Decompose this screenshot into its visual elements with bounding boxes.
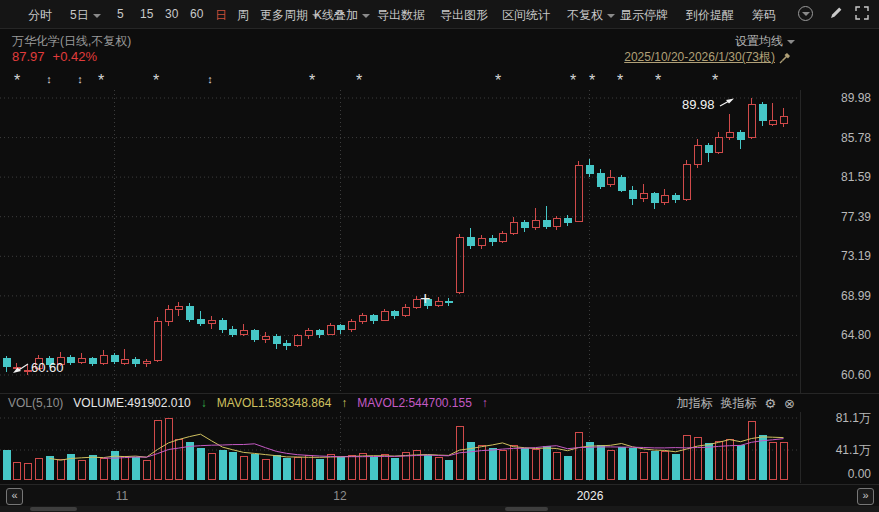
volume-bar — [229, 453, 236, 479]
candle — [143, 362, 150, 364]
candle — [262, 336, 269, 339]
add-indicator-button[interactable]: 加指标 — [676, 395, 712, 412]
price-axis-label: 64.80 — [841, 328, 871, 342]
event-marker-icon[interactable]: * — [98, 72, 104, 89]
close-circle-icon[interactable]: ⊗ — [784, 396, 795, 411]
toolbar-item-16[interactable]: 筹码 — [752, 7, 776, 24]
candle — [510, 222, 517, 233]
volume-axis-label: 41.1万 — [836, 443, 871, 457]
volume-bar — [705, 444, 712, 479]
candle — [780, 117, 787, 123]
candle — [748, 104, 755, 137]
event-marker-icon[interactable]: * — [153, 72, 159, 89]
event-marker-icon[interactable]: * — [495, 72, 501, 89]
toolbar-item-8[interactable]: 更多周期 — [260, 7, 320, 24]
volume-bar — [489, 449, 496, 479]
toolbar-item-14[interactable]: 显示停牌 — [620, 7, 668, 24]
toolbar: 分时5日5153060日周更多周期K线叠加导出数据导出图形区间统计不复权显示停牌… — [0, 0, 879, 29]
event-marker-icon[interactable]: * — [655, 72, 661, 89]
candle — [413, 300, 420, 308]
candle — [327, 326, 334, 334]
volume-bar — [240, 456, 247, 479]
switch-indicator-button[interactable]: 换指标 — [720, 395, 756, 412]
candle — [597, 173, 604, 186]
main-chart[interactable]: 89.9885.7881.5977.3973.1968.9964.8060.60 — [0, 90, 879, 393]
volume-bar — [121, 456, 128, 479]
scroll-left-button[interactable]: « — [6, 488, 23, 505]
volume-bar — [391, 459, 398, 479]
volume-bar — [57, 459, 64, 479]
volume-bar — [683, 435, 690, 479]
split-marker-icon[interactable]: ↕ — [207, 72, 213, 87]
volume-bar — [651, 451, 658, 479]
candle — [197, 319, 204, 323]
candle — [445, 301, 452, 302]
volume-bar — [694, 438, 701, 479]
scrollbar-handle[interactable] — [505, 507, 548, 511]
candle — [543, 220, 550, 226]
candle — [208, 320, 215, 323]
toolbar-item-12[interactable]: 区间统计 — [502, 7, 550, 24]
collapse-circle-icon[interactable] — [798, 6, 814, 22]
volume-bar — [769, 443, 776, 479]
volume-bar — [262, 459, 269, 479]
toolbar-item-9[interactable]: K线叠加 — [314, 7, 370, 24]
toolbar-item-13[interactable]: 不复权 — [567, 7, 615, 24]
candle — [575, 166, 582, 222]
toolbar-item-11[interactable]: 导出图形 — [440, 7, 488, 24]
candle — [283, 344, 290, 346]
volume-bar — [294, 457, 301, 479]
volume-chart[interactable]: 81.1万41.1万0.00 — [0, 412, 879, 483]
gear-icon[interactable]: ⚙ — [764, 396, 776, 411]
toolbar-item-6[interactable]: 日 — [215, 7, 227, 24]
date-range-link[interactable]: 2025/10/20-2026/1/30(73根) — [624, 49, 791, 66]
event-marker-icon[interactable]: * — [309, 72, 315, 89]
volume-bar — [78, 460, 85, 479]
toolbar-item-10[interactable]: 导出数据 — [377, 7, 425, 24]
crosshair-cursor: + — [420, 290, 431, 308]
event-marker-icon[interactable]: * — [589, 72, 595, 89]
volume-bar — [553, 453, 560, 479]
split-marker-icon[interactable]: ↕ — [77, 72, 83, 87]
event-marker-icon[interactable]: * — [712, 72, 718, 89]
split-marker-icon[interactable]: ↕ — [46, 72, 52, 87]
toolbar-item-1[interactable]: 5日 — [70, 7, 101, 24]
toolbar-item-0[interactable]: 分时 — [28, 7, 52, 24]
toolbar-item-7[interactable]: 周 — [237, 7, 249, 24]
event-marker-icon[interactable]: * — [356, 72, 362, 89]
candle — [219, 320, 226, 329]
candle — [3, 359, 10, 367]
scroll-right-button[interactable]: » — [857, 488, 874, 505]
pen-icon[interactable] — [828, 6, 844, 22]
volume-bar — [35, 459, 42, 479]
volume-bar — [445, 460, 452, 479]
price-row: 87.97+0.42% — [12, 49, 105, 64]
ma-settings-button[interactable]: 设置均线 — [735, 33, 795, 50]
candle — [683, 165, 690, 200]
volume-bar — [607, 450, 614, 479]
candle — [726, 133, 733, 138]
volume-bar — [251, 454, 258, 479]
horizontal-scrollbar[interactable] — [0, 506, 879, 512]
candle — [564, 218, 571, 222]
volume-bar — [499, 450, 506, 479]
candle — [553, 218, 560, 226]
toolbar-item-4[interactable]: 30 — [165, 7, 178, 21]
candle — [391, 312, 398, 316]
event-marker-icon[interactable]: * — [617, 72, 623, 89]
stock-chart-app: 分时5日5153060日周更多周期K线叠加导出数据导出图形区间统计不复权显示停牌… — [0, 0, 879, 512]
scrollbar-handle[interactable] — [30, 507, 77, 511]
fullscreen-icon[interactable] — [854, 6, 870, 22]
event-marker-icon[interactable]: * — [570, 72, 576, 89]
volume-bar — [273, 456, 280, 479]
mavol2-up-arrow-icon: ↑ — [482, 396, 488, 410]
candle — [467, 237, 474, 245]
price-axis-label: 89.98 — [841, 91, 871, 105]
toolbar-item-2[interactable]: 5 — [117, 7, 124, 21]
toolbar-item-15[interactable]: 到价提醒 — [686, 7, 734, 24]
event-marker-icon[interactable]: * — [14, 72, 20, 89]
volume-bar — [435, 458, 442, 479]
volume-bar — [629, 449, 636, 479]
toolbar-item-3[interactable]: 15 — [140, 7, 153, 21]
toolbar-item-5[interactable]: 60 — [190, 7, 203, 21]
